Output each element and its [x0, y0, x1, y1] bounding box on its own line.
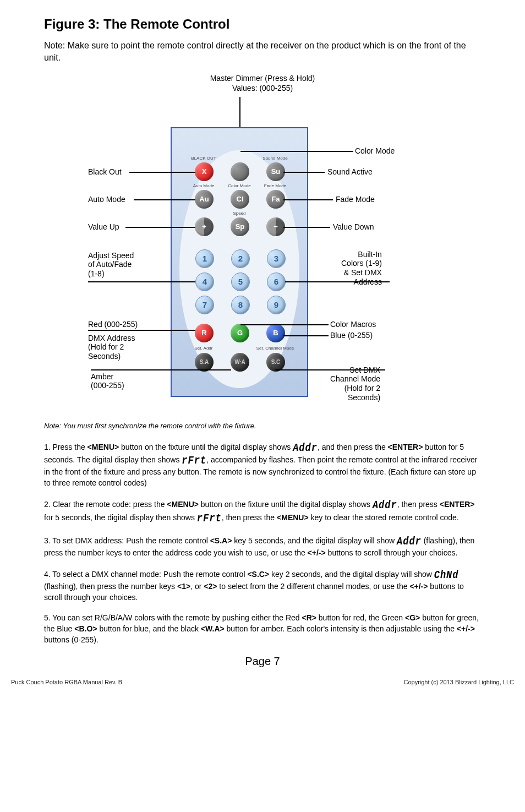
text: button on the fixture until the digital …	[199, 500, 373, 509]
label-line: & Set DMX	[344, 268, 382, 277]
label-line: Built-In	[358, 250, 382, 259]
speed-button[interactable]: Sp	[231, 217, 249, 236]
caption-line-1: Master Dimmer (Press & Hold)	[44, 73, 481, 83]
num-8-button[interactable]: 8	[231, 296, 250, 314]
btn-label: Fa	[271, 195, 280, 203]
leader-line	[91, 369, 231, 370]
num-3-button[interactable]: 3	[267, 249, 286, 268]
label-value-up: Value Up	[88, 222, 119, 232]
bold-text: <S.C>	[247, 570, 269, 579]
btn-label: Su	[271, 167, 281, 176]
num-5-button[interactable]: 5	[231, 273, 250, 291]
text: (flashing), then press the number keys	[44, 582, 177, 591]
text: 4. To select a DMX channel mode: Push th…	[44, 570, 247, 579]
bold-text: <B.O>	[74, 624, 97, 633]
label-sound-active: Sound Active	[327, 167, 373, 177]
step-3: 3. To set DMX address: Push the remote c…	[44, 535, 481, 558]
btn-label: +	[202, 222, 206, 231]
leader-line	[88, 281, 195, 282]
diagram-top-caption: Master Dimmer (Press & Hold) Values: (00…	[44, 73, 481, 93]
text: button for amber. Each color's intensity…	[225, 624, 457, 633]
label-line: Channel Mode	[330, 374, 380, 383]
label-line: of Auto/Fade	[88, 260, 132, 269]
amber-button[interactable]: W·A	[231, 353, 249, 372]
bold-text: <S.A>	[210, 536, 232, 545]
master-dimmer-button[interactable]	[231, 162, 249, 181]
sound-active-button[interactable]: Su	[266, 162, 285, 181]
text: 1. Press the	[44, 443, 88, 451]
blue-button[interactable]: B	[266, 324, 285, 342]
leader-line	[283, 172, 325, 173]
leader-line	[88, 330, 195, 331]
leader-line	[283, 199, 333, 200]
btn-label: S.C	[271, 359, 281, 365]
remote-diagram: BLACK OUT Sound Mode X Su Auto Mode Colo…	[44, 97, 481, 411]
text: 5. You can set R/G/B/A/W colors with the…	[44, 613, 302, 622]
page-number: Page 7	[44, 655, 481, 668]
btn-label: −	[274, 222, 278, 231]
leader-line	[283, 335, 329, 336]
leader-line	[275, 369, 385, 370]
remote-body: BLACK OUT Sound Mode X Su Auto Mode Colo…	[171, 127, 308, 397]
num-4-button[interactable]: 4	[195, 273, 214, 291]
auto-mode-button[interactable]: Au	[195, 190, 214, 209]
text: 2. Clear the remote code: press the	[44, 500, 167, 509]
num-1-button[interactable]: 1	[195, 249, 214, 268]
value-up-button[interactable]: +	[195, 217, 214, 236]
color-mode-button[interactable]: Cl	[231, 190, 249, 209]
set-channel-button[interactable]: S.C	[266, 353, 285, 372]
label-line: (Hold for 2	[344, 384, 380, 393]
text: 3. To set DMX address: Push the remote c…	[44, 536, 210, 545]
red-button[interactable]: R	[195, 324, 214, 342]
btn-label: Au	[199, 195, 209, 203]
btn-label: 8	[238, 300, 243, 309]
text: to select from the 2 different channel m…	[217, 582, 409, 591]
label-line: Colors (1-9)	[341, 259, 382, 268]
text: key to clear the stored remote control c…	[309, 513, 459, 522]
btn-label: X	[202, 167, 207, 176]
seg-display: ChNd	[434, 568, 459, 584]
num-6-button[interactable]: 6	[267, 273, 286, 291]
sync-note: Note: You must first synchronize the rem…	[44, 422, 481, 430]
leader-line	[125, 227, 195, 228]
set-addr-button[interactable]: S.A	[195, 353, 214, 372]
num-9-button[interactable]: 9	[267, 296, 286, 314]
btn-label: 9	[274, 300, 278, 309]
seg-display: Addr	[293, 440, 318, 456]
label-blue: Blue (0-255)	[330, 331, 373, 340]
bold-text: <R>	[302, 613, 316, 622]
label-set-dmx-channel: Set DMX Channel Mode (Hold for 2 Seconds…	[330, 366, 380, 402]
btn-label: 5	[238, 277, 243, 286]
leader-line	[134, 199, 195, 200]
bold-text: <+/->	[308, 548, 326, 557]
value-down-button[interactable]: −	[266, 217, 285, 236]
blackout-button[interactable]: X	[195, 162, 214, 181]
seg-display: rFrt	[182, 453, 206, 469]
step-1: 1. Press the <MENU> button on the fixtur…	[44, 441, 481, 489]
text: key 2 seconds, and the digital display w…	[269, 570, 434, 579]
intro-note: Note: Make sure to point the remote cont…	[44, 40, 481, 63]
btn-label: 7	[203, 300, 207, 309]
label-value-down: Value Down	[333, 222, 374, 232]
text: buttons to scroll through your choices.	[326, 548, 458, 557]
bold-text: <G>	[405, 613, 420, 622]
btn-label: 3	[274, 254, 278, 263]
num-7-button[interactable]: 7	[195, 296, 214, 314]
bold-text: <ENTER>	[440, 500, 475, 509]
leader-line	[129, 172, 195, 173]
label-line: (1-8)	[88, 269, 105, 278]
footer-left: Puck Couch Potato RGBA Manual Rev. B	[11, 679, 122, 685]
label-line: Seconds)	[348, 393, 380, 402]
page-title: Figure 3: The Remote Control	[44, 17, 481, 32]
tiny-label-setaddr: Set. Addr	[187, 346, 220, 351]
seg-display: Addr	[373, 498, 397, 514]
btn-label: R	[201, 329, 206, 337]
label-color-macros: Color Macros	[330, 320, 376, 329]
btn-label: B	[273, 329, 278, 337]
text: button on the fixture until the digital …	[119, 443, 293, 451]
fade-mode-button[interactable]: Fa	[266, 190, 285, 209]
num-2-button[interactable]: 2	[231, 249, 250, 268]
label-red: Red (000-255)	[88, 320, 138, 329]
tiny-label-setch: Set. Channel Mode	[253, 346, 297, 351]
green-button[interactable]: G	[231, 324, 249, 342]
